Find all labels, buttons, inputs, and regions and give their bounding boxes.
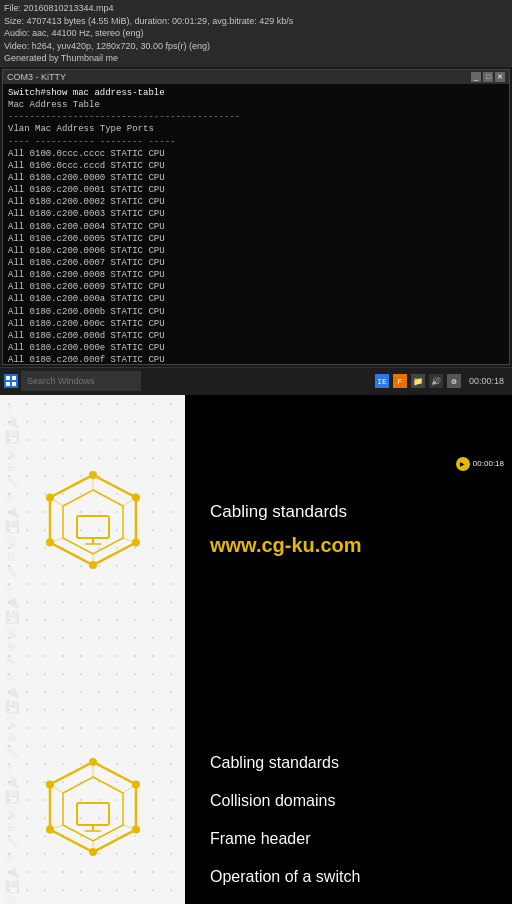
svg-line-16 (50, 497, 63, 506)
terminal-row: All 0180.c200.000b STATIC CPU (8, 306, 504, 318)
right-content-panel-2: Cabling standardsCollision domainsFrame … (185, 665, 512, 904)
terminal-rows: All 0100.0ccc.cccc STATIC CPUAll 0100.0c… (8, 148, 504, 364)
terminal-row: All 0180.c200.0003 STATIC CPU (8, 208, 504, 220)
media-info-bar: File: 20160810213344.mp4 Size: 4707413 b… (0, 0, 512, 67)
terminal-row: All 0180.c200.0009 STATIC CPU (8, 281, 504, 293)
taskbar-icon-2[interactable]: F (393, 374, 407, 388)
terminal-titlebar: COM3 - KiTTY _ □ ✕ (3, 70, 509, 84)
svg-rect-0 (6, 376, 10, 380)
website-url: www.cg-ku.com (210, 534, 487, 557)
video-info: Video: h264, yuv420p, 1280x720, 30.00 fp… (4, 40, 508, 53)
start-button[interactable] (4, 374, 18, 388)
terminal-row: All 0180.c200.000f STATIC CPU (8, 354, 504, 364)
terminal-row: All 0180.c200.0006 STATIC CPU (8, 245, 504, 257)
taskbar-time: 00:00:18 (465, 374, 508, 388)
time-label-1: 00:00:18 (473, 459, 504, 468)
terminal-row: All 0180.c200.000d STATIC CPU (8, 330, 504, 342)
terminal-row: All 0180.c200.0001 STATIC CPU (8, 184, 504, 196)
taskbar-icon-5[interactable]: ⚙ (447, 374, 461, 388)
terminal-separator: ----------------------------------------… (8, 111, 504, 123)
terminal-row: All 0180.c200.0002 STATIC CPU (8, 196, 504, 208)
topic-title-1: Cabling standards (210, 502, 487, 522)
maximize-button[interactable]: □ (483, 72, 493, 82)
svg-rect-3 (12, 382, 16, 386)
minimize-button[interactable]: _ (471, 72, 481, 82)
background-icons-2: ⚙🔌💾📡🖥🔧⚙🔌💾📡🖥🔧⚙🔌💾📡🖥🔧⚙🔌💾📡🖥🔧⚙🔌💾📡🖥🔧⚙🔌💾📡🖥🔧⚙🔌💾📡… (0, 665, 185, 904)
file-info: File: 20160810213344.mp4 (4, 2, 508, 15)
close-button[interactable]: ✕ (495, 72, 505, 82)
play-icon-1[interactable]: ▶ (456, 457, 470, 471)
terminal-row: All 0180.c200.0007 STATIC CPU (8, 257, 504, 269)
terminal-row: All 0180.c200.0004 STATIC CPU (8, 221, 504, 233)
terminal-row: All 0180.c200.0008 STATIC CPU (8, 269, 504, 281)
window-controls: _ □ ✕ (471, 72, 505, 82)
taskbar: IE F 📁 🔊 ⚙ 00:00:18 (0, 367, 512, 395)
lesson-panel-2: ⚙🔌💾📡🖥🔧⚙🔌💾📡🖥🔧⚙🔌💾📡🖥🔧⚙🔌💾📡🖥🔧⚙🔌💾📡🖥🔧⚙🔌💾📡🖥🔧⚙🔌💾📡… (0, 665, 512, 904)
taskbar-icons: IE F 📁 🔊 ⚙ 00:00:18 (375, 374, 508, 388)
left-decorative-panel-2: ⚙🔌💾📡🖥🔧⚙🔌💾📡🖥🔧⚙🔌💾📡🖥🔧⚙🔌💾📡🖥🔧⚙🔌💾📡🖥🔧⚙🔌💾📡🖥🔧⚙🔌💾📡… (0, 665, 185, 904)
search-input[interactable] (21, 371, 141, 391)
terminal-row: All 0180.c200.000e STATIC CPU (8, 342, 504, 354)
svg-rect-1 (12, 376, 16, 380)
terminal-prompt-1: Switch#show mac address-table (8, 87, 504, 99)
menu-item-2[interactable]: Frame header (210, 828, 487, 850)
size-info: Size: 4707413 bytes (4.55 MiB), duration… (4, 15, 508, 28)
terminal-title: COM3 - KiTTY (7, 72, 66, 82)
terminal-content: Switch#show mac address-table Mac Addres… (3, 84, 509, 364)
terminal-col-headers: Vlan Mac Address Type Ports (8, 123, 504, 135)
terminal-row: All 0180.c200.0000 STATIC CPU (8, 172, 504, 184)
terminal-row: All 0180.c200.0005 STATIC CPU (8, 233, 504, 245)
terminal-row: All 0100.0ccc.cccc STATIC CPU (8, 148, 504, 160)
terminal-row: All 0180.c200.000a STATIC CPU (8, 293, 504, 305)
taskbar-icon-3[interactable]: 📁 (411, 374, 425, 388)
terminal-col-sep: ---- ----------- -------- ----- (8, 136, 504, 148)
right-content-panel-1: Cabling standards www.cg-ku.com (185, 395, 512, 665)
generated-info: Generated by Thumbnail me (4, 52, 508, 65)
menu-item-3[interactable]: Operation of a switch (210, 866, 487, 888)
time-badge-1: ▶ 00:00:18 (452, 455, 508, 473)
taskbar-icon-4[interactable]: 🔊 (429, 374, 443, 388)
menu-item-1[interactable]: Collision domains (210, 790, 487, 812)
network-icon (33, 470, 153, 590)
left-decorative-panel-1: ⚙🔌💾📡🖥🔧⚙🔌💾📡🖥🔧⚙🔌💾📡🖥🔧⚙🔌💾📡🖥🔧⚙🔌💾📡🖥🔧⚙🔌💾📡🖥🔧⚙🔌💾📡… (0, 395, 185, 665)
terminal-window: COM3 - KiTTY _ □ ✕ Switch#show mac addre… (2, 69, 510, 365)
taskbar-icon-1[interactable]: IE (375, 374, 389, 388)
lesson-panel-1: ⚙🔌💾📡🖥🔧⚙🔌💾📡🖥🔧⚙🔌💾📡🖥🔧⚙🔌💾📡🖥🔧⚙🔌💾📡🖥🔧⚙🔌💾📡🖥🔧⚙🔌💾📡… (0, 395, 512, 665)
svg-rect-2 (6, 382, 10, 386)
audio-info: Audio: aac, 44100 Hz, stereo (eng) (4, 27, 508, 40)
terminal-header: Mac Address Table (8, 99, 504, 111)
menu-item-0[interactable]: Cabling standards (210, 752, 487, 774)
svg-line-17 (123, 497, 136, 506)
terminal-row: All 0100.0ccc.cccd STATIC CPU (8, 160, 504, 172)
terminal-row: All 0180.c200.000c STATIC CPU (8, 318, 504, 330)
svg-rect-6 (77, 516, 109, 538)
